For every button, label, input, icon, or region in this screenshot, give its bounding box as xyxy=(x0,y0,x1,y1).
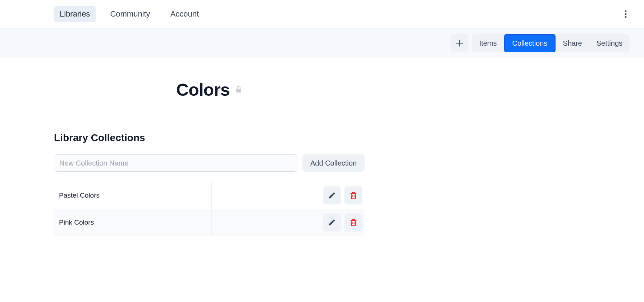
edit-collection-button[interactable] xyxy=(323,186,341,204)
collection-name-input[interactable] xyxy=(54,154,297,172)
top-nav: Libraries Community Account xyxy=(0,0,644,28)
collection-name-label: Pastel Colors xyxy=(59,191,100,199)
collection-row: Pink Colors xyxy=(54,209,365,236)
svg-point-1 xyxy=(625,13,627,15)
collection-row: Pastel Colors xyxy=(54,182,365,209)
nav-account[interactable]: Account xyxy=(165,6,205,22)
add-collection-row: Add Collection xyxy=(54,154,365,172)
delete-collection-button[interactable] xyxy=(344,186,362,204)
page-title: Colors xyxy=(176,80,230,100)
trash-icon xyxy=(350,218,357,227)
pencil-icon xyxy=(328,191,336,199)
row-actions xyxy=(323,186,362,204)
row-actions xyxy=(323,213,362,231)
tab-items[interactable]: Items xyxy=(472,35,504,52)
nav-right xyxy=(622,7,630,21)
svg-rect-5 xyxy=(236,89,241,93)
nav-left: Libraries Community Account xyxy=(54,6,205,22)
edit-collection-button[interactable] xyxy=(323,213,341,231)
nav-libraries[interactable]: Libraries xyxy=(54,6,96,22)
delete-collection-button[interactable] xyxy=(344,213,362,231)
nav-community[interactable]: Community xyxy=(104,6,156,22)
collection-name-label: Pink Colors xyxy=(59,218,94,226)
add-collection-button[interactable]: Add Collection xyxy=(302,154,365,172)
trash-icon xyxy=(350,191,357,200)
lock-icon xyxy=(236,86,242,94)
page-content: Colors Library Collections Add Collectio… xyxy=(0,58,644,258)
plus-icon xyxy=(455,39,464,48)
pencil-icon xyxy=(328,218,336,226)
tab-collections[interactable]: Collections xyxy=(504,34,556,52)
more-menu-button[interactable] xyxy=(622,7,630,21)
sub-toolbar: Items Collections Share Settings xyxy=(0,28,644,58)
svg-point-0 xyxy=(625,10,627,12)
tab-share[interactable]: Share xyxy=(556,35,589,52)
tab-settings[interactable]: Settings xyxy=(589,35,630,52)
collection-list: Pastel Colors xyxy=(54,182,365,236)
tab-group: Items Collections Share Settings xyxy=(472,34,630,52)
svg-point-2 xyxy=(625,16,627,18)
section-title: Library Collections xyxy=(54,132,590,144)
page-title-row: Colors xyxy=(176,80,590,100)
add-item-button[interactable] xyxy=(451,34,469,52)
dots-vertical-icon xyxy=(625,10,627,18)
